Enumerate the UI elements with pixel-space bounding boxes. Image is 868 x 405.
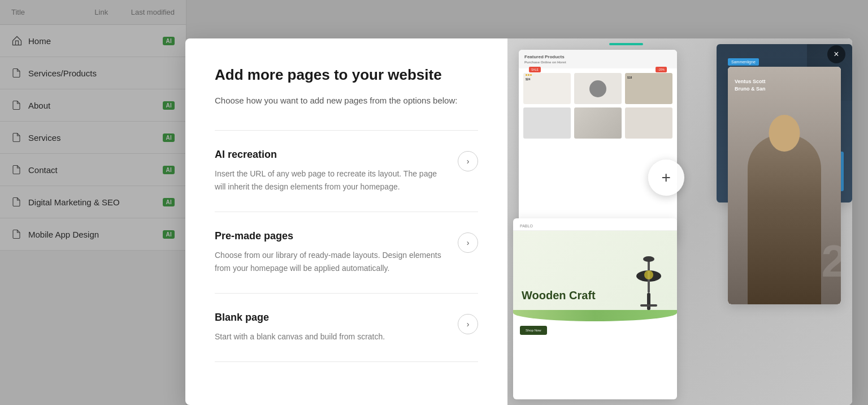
options-list: AI recreation Insert the URL of any web … (215, 130, 478, 362)
screenshot-collage: Featured Products Purchase Online on Hor… (507, 38, 852, 405)
ecommerce-title: Featured Products (524, 54, 671, 59)
plus-icon: + (661, 169, 670, 187)
option-desc-premade-pages: Choose from our library of ready-made la… (215, 249, 446, 275)
page-templates-preview: Featured Products Purchase Online on Hor… (507, 38, 852, 405)
modal-left-panel: Add more pages to your website Choose ho… (185, 38, 507, 405)
product-item: $18 (625, 73, 672, 104)
person-name: Ventus ScottBruno & San (735, 78, 834, 92)
portfolio-tag: Sammenligne (728, 58, 759, 66)
sale-badge: SALE (529, 67, 541, 72)
option-title-blank-page: Blank page (215, 312, 446, 324)
teal-accent (609, 43, 643, 45)
person-screenshot: Ventus ScottBruno & San 2 (728, 67, 841, 304)
star (530, 74, 532, 76)
product-grid: $24 $18 (519, 68, 677, 143)
svg-point-4 (643, 256, 654, 262)
star (526, 74, 527, 76)
option-arrow-blank-page[interactable]: › (458, 314, 478, 334)
modal-right-panel: Featured Products Purchase Online on Hor… (507, 38, 852, 405)
person-image: Ventus ScottBruno & San 2 (728, 67, 841, 304)
ecommerce-subtitle: Purchase Online on Horet (524, 61, 671, 64)
product-item (574, 73, 622, 104)
lamp-svg (632, 248, 666, 310)
option-ai-recreation: AI recreation Insert the URL of any web … (215, 130, 478, 212)
product-item (574, 107, 622, 139)
product-item (523, 107, 571, 139)
ecommerce-screenshot: Featured Products Purchase Online on Hor… (519, 50, 677, 242)
product-item (625, 107, 672, 139)
person-figure (748, 135, 821, 304)
product-bg (574, 107, 622, 139)
svg-rect-1 (640, 304, 657, 307)
wooden-title: Wooden Craft (522, 289, 596, 301)
price: $24 (523, 77, 571, 81)
ecommerce-header: Featured Products Purchase Online on Hor… (519, 50, 677, 68)
svg-point-5 (644, 270, 653, 279)
option-blank-page: Blank page Start with a blank canvas and… (215, 293, 478, 362)
modal-subtitle: Choose how you want to add new pages fro… (215, 94, 478, 107)
price: $18 (625, 75, 672, 80)
svg-rect-0 (647, 293, 650, 310)
option-desc-blank-page: Start with a blank canvas and build from… (215, 330, 446, 343)
option-arrow-premade-pages[interactable]: › (458, 232, 478, 253)
modal-title: Add more pages to your website (215, 66, 478, 85)
option-title-premade-pages: Pre-made pages (215, 230, 446, 242)
add-page-circle-button[interactable]: + (648, 160, 684, 196)
wooden-hero: Wooden Craft (513, 231, 677, 310)
option-premade-pages: Pre-made pages Choose from our library o… (215, 212, 478, 293)
wooden-cta-button[interactable]: Shop Now (520, 326, 547, 335)
wooden-craft-screenshot: PABLO Wooden Craft (513, 218, 677, 399)
lamp-decoration (632, 248, 666, 310)
decorative-number: 2 (822, 235, 841, 287)
option-content-ai-recreation: AI recreation Insert the URL of any web … (215, 149, 446, 193)
option-content-blank-page: Blank page Start with a blank canvas and… (215, 312, 446, 343)
option-arrow-ai-recreation[interactable]: › (458, 151, 478, 171)
option-title-ai-recreation: AI recreation (215, 149, 446, 161)
rating (523, 73, 571, 77)
person-name-text: Ventus ScottBruno & San (735, 78, 834, 92)
sale-badge-2: -20% (656, 67, 667, 72)
option-desc-ai-recreation: Insert the URL of any web page to recrea… (215, 167, 446, 193)
option-content-premade-pages: Pre-made pages Choose from our library o… (215, 230, 446, 275)
add-pages-modal: × Add more pages to your website Choose … (185, 38, 852, 405)
product-image (589, 80, 606, 97)
product-item: $24 (523, 73, 571, 104)
wooden-brand: PABLO (513, 218, 677, 231)
close-icon: × (834, 49, 839, 59)
close-button[interactable]: × (827, 45, 845, 63)
person-head (769, 115, 800, 152)
star (528, 74, 530, 76)
